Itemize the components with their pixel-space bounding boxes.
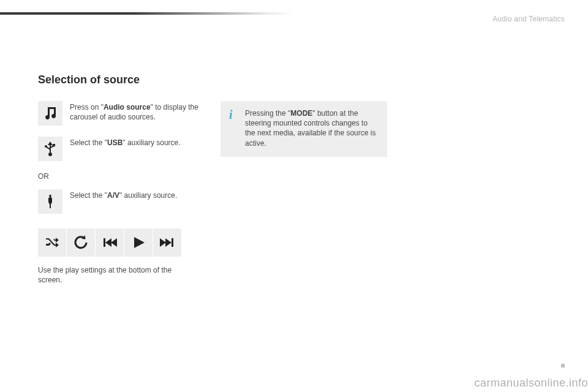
txt-post: " auxiliary source. bbox=[119, 191, 177, 200]
playbar-caption: Use the play settings at the bottom of t… bbox=[38, 265, 192, 285]
music-note-icon bbox=[38, 101, 62, 126]
usb-icon bbox=[38, 137, 62, 161]
right-column: i Pressing the "MODE" button at the stee… bbox=[221, 101, 387, 157]
txt-bold: A/V bbox=[107, 191, 119, 200]
svg-marker-2 bbox=[48, 141, 53, 145]
step-text-audio-source: Press on "Audio source" to display the c… bbox=[70, 101, 205, 126]
svg-point-3 bbox=[45, 145, 47, 148]
svg-rect-7 bbox=[50, 204, 51, 208]
av-plug-icon bbox=[38, 189, 62, 214]
txt-bold: MODE bbox=[290, 109, 312, 118]
svg-marker-12 bbox=[160, 238, 166, 247]
svg-rect-8 bbox=[104, 238, 105, 247]
txt-pre: Pressing the " bbox=[245, 109, 290, 118]
txt-pre: Select the " bbox=[70, 138, 107, 147]
txt-bold: Audio source bbox=[104, 103, 151, 111]
svg-rect-4 bbox=[53, 144, 55, 146]
step-audio-source: Press on "Audio source" to display the c… bbox=[38, 101, 205, 126]
left-column: Press on "Audio source" to display the c… bbox=[38, 101, 205, 285]
svg-rect-14 bbox=[172, 238, 173, 247]
info-box: i Pressing the "MODE" button at the stee… bbox=[221, 101, 387, 157]
footer-marker bbox=[561, 364, 565, 368]
step-av: Select the "A/V" auxiliary source. bbox=[38, 189, 205, 214]
txt-post: " auxiliary source. bbox=[123, 138, 180, 147]
svg-marker-9 bbox=[105, 238, 111, 247]
play-icon bbox=[124, 228, 153, 257]
txt-pre: Press on " bbox=[70, 103, 104, 111]
previous-track-icon bbox=[95, 228, 124, 257]
step-text-av: Select the "A/V" auxiliary source. bbox=[70, 189, 177, 214]
step-text-usb: Select the "USB" auxiliary source. bbox=[70, 137, 181, 161]
svg-marker-11 bbox=[134, 237, 145, 248]
section-label: Audio and Telematics bbox=[492, 15, 565, 23]
or-separator: OR bbox=[38, 172, 205, 181]
svg-marker-13 bbox=[165, 238, 172, 247]
next-track-icon bbox=[153, 228, 181, 257]
txt-bold: USB bbox=[107, 138, 123, 147]
svg-marker-6 bbox=[48, 198, 52, 204]
top-rule bbox=[0, 12, 294, 15]
info-icon: i bbox=[229, 108, 238, 148]
playback-toolbar bbox=[38, 228, 205, 257]
columns: Press on "Audio source" to display the c… bbox=[38, 101, 550, 285]
shuffle-icon bbox=[38, 228, 66, 257]
info-text: Pressing the "MODE" button at the steeri… bbox=[245, 108, 379, 148]
svg-marker-10 bbox=[111, 238, 117, 247]
watermark: carmanualsonline.info bbox=[474, 377, 588, 390]
page-body: Selection of source Press on "Audio sour… bbox=[38, 74, 550, 285]
step-usb: Select the "USB" auxiliary source. bbox=[38, 137, 205, 161]
svg-rect-5 bbox=[50, 195, 51, 198]
repeat-icon bbox=[66, 228, 95, 257]
txt-pre: Select the " bbox=[70, 191, 107, 200]
page-heading: Selection of source bbox=[38, 74, 550, 86]
